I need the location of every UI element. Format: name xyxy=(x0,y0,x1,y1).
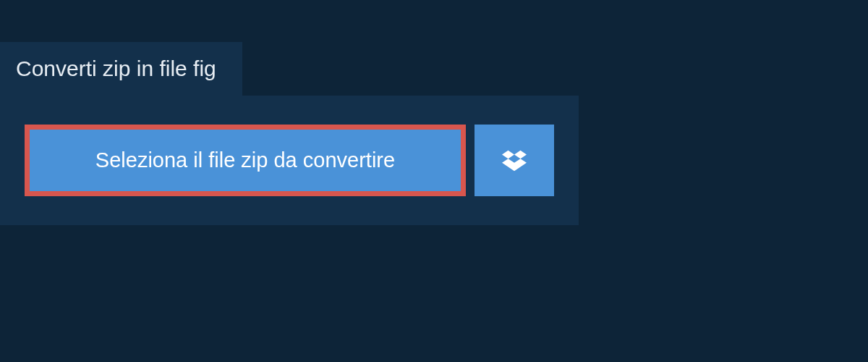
select-file-button[interactable]: Seleziona il file zip da convertire xyxy=(25,125,466,196)
tab-title: Converti zip in file fig xyxy=(16,56,216,80)
tab-active[interactable]: Converti zip in file fig xyxy=(0,42,242,96)
select-file-label: Seleziona il file zip da convertire xyxy=(95,148,395,172)
dropbox-icon xyxy=(502,148,527,173)
dropbox-button[interactable] xyxy=(475,125,554,196)
button-row: Seleziona il file zip da convertire xyxy=(25,125,554,196)
tab-bar: Converti zip in file fig xyxy=(0,0,868,96)
conversion-panel: Seleziona il file zip da convertire xyxy=(0,96,579,225)
